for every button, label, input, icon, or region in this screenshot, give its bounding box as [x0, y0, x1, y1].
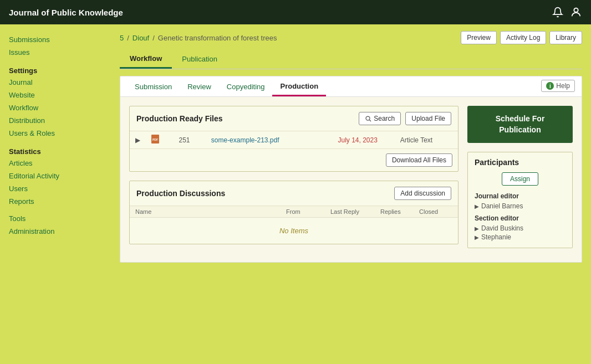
app-title: Journal of Public Knowledge [9, 8, 123, 17]
file-name[interactable]: some-example-213.pdf [206, 131, 321, 149]
col-closed: Closed [419, 208, 452, 215]
sidebar-item-administration[interactable]: Administration [0, 225, 111, 238]
participant-arrow: ▶ [475, 203, 479, 209]
search-btn-label: Search [374, 115, 395, 122]
upload-file-btn[interactable]: Upload File [405, 112, 451, 125]
svg-point-0 [574, 8, 578, 12]
sidebar-item-users-roles[interactable]: Users & Roles [0, 127, 111, 140]
breadcrumb-submission-id[interactable]: 5 [120, 34, 124, 42]
download-all-files-btn[interactable]: Download All Files [386, 153, 452, 167]
search-files-btn[interactable]: Search [359, 112, 401, 125]
sidebar-item-issues[interactable]: Issues [0, 46, 111, 59]
notification-btn[interactable] [552, 7, 563, 18]
discussions-title: Production Discussions [136, 189, 394, 198]
svg-point-1 [366, 116, 370, 120]
expand-icon[interactable]: ▶ [130, 131, 146, 149]
search-icon [365, 115, 371, 122]
table-row: ▶ PDF 251 some-example-213.pdf [130, 131, 458, 149]
inner-content: Production Ready Files Search Upload Fil… [120, 97, 582, 262]
no-items-label: No Items [130, 217, 458, 244]
participants-section: Participants Assign Journal editor ▶ Dan… [467, 152, 573, 248]
schedule-btn-line1: Schedule For [496, 114, 545, 123]
side-panel: Schedule For Publication Participants As… [467, 106, 573, 253]
breadcrumb-actions: Preview Activity Log Library [461, 31, 582, 44]
sidebar-item-website[interactable]: Website [0, 89, 111, 101]
participant-daniel-barnes: ▶ Daniel Barnes [475, 202, 565, 210]
help-btn[interactable]: i Help [541, 80, 575, 92]
tab-copyediting[interactable]: Copyediting [219, 77, 273, 96]
sidebar-item-reports[interactable]: Reports [0, 195, 111, 208]
sidebar-item-users[interactable]: Users [0, 182, 111, 195]
participant-david-buskins: ▶ David Buskins [475, 224, 565, 232]
file-date: July 14, 2023 [321, 131, 395, 149]
participant-name: Daniel Barnes [481, 202, 523, 210]
breadcrumb-title: Genetic transformation of forest trees [158, 34, 277, 42]
breadcrumb-author[interactable]: Diouf [133, 34, 149, 42]
sidebar-item-submissions[interactable]: Submissions [0, 33, 111, 46]
sidebar: Submissions Issues Settings Journal Webs… [0, 24, 111, 364]
file-type-icon: PDF [146, 131, 174, 149]
sidebar-item-articles[interactable]: Articles [0, 157, 111, 170]
download-row: Download All Files [130, 148, 458, 171]
schedule-for-publication-btn[interactable]: Schedule For Publication [467, 106, 573, 143]
secondary-tabs: Submission Review Copyediting Production… [120, 76, 582, 97]
participant-arrow-2: ▶ [475, 225, 479, 232]
breadcrumb: 5 / Diouf / Genetic transformation of fo… [120, 31, 582, 44]
tab-production[interactable]: Production [272, 76, 326, 96]
activity-log-btn[interactable]: Activity Log [500, 31, 546, 44]
help-icon: i [546, 82, 554, 90]
top-header: Journal of Public Knowledge [0, 0, 591, 24]
files-table: ▶ PDF 251 some-example-213.pdf [130, 131, 458, 148]
library-btn[interactable]: Library [549, 31, 582, 44]
add-discussion-btn[interactable]: Add discussion [394, 187, 451, 200]
sidebar-item-tools[interactable]: Tools [0, 212, 111, 225]
inner-card: Submission Review Copyediting Production… [120, 76, 582, 263]
participants-title: Participants [475, 158, 565, 167]
header-icons [552, 6, 582, 18]
discussions-table-header: Name From Last Reply Replies Closed [130, 206, 458, 217]
role-journal-editor: Journal editor [475, 192, 565, 200]
tab-workflow[interactable]: Workflow [120, 50, 172, 69]
sidebar-heading-statistics: Statistics [0, 144, 111, 157]
production-discussions-section: Production Discussions Add discussion Na… [129, 181, 458, 244]
primary-tabs: Workflow Publication [120, 50, 582, 69]
participant-name-3: Stephanie [481, 233, 511, 241]
assign-btn[interactable]: Assign [502, 172, 538, 186]
participant-stephanie: ▶ Stephanie [475, 233, 565, 241]
file-id: 251 [174, 131, 206, 149]
col-last-reply: Last Reply [330, 208, 380, 215]
sidebar-item-editorial-activity[interactable]: Editorial Activity [0, 170, 111, 182]
user-btn[interactable] [570, 6, 582, 18]
main-content: 5 / Diouf / Genetic transformation of fo… [111, 24, 591, 364]
participant-name-2: David Buskins [481, 224, 523, 232]
tab-submission[interactable]: Submission [127, 77, 180, 96]
preview-btn[interactable]: Preview [461, 31, 497, 44]
sidebar-item-distribution[interactable]: Distribution [0, 114, 111, 127]
tab-publication[interactable]: Publication [172, 50, 227, 69]
main-panel: Production Ready Files Search Upload Fil… [129, 106, 458, 253]
discussions-header: Production Discussions Add discussion [130, 181, 458, 206]
participant-arrow-3: ▶ [475, 234, 479, 240]
pdf-icon: PDF [151, 135, 159, 143]
help-label: Help [556, 82, 570, 90]
svg-line-2 [370, 120, 371, 121]
production-ready-files-section: Production Ready Files Search Upload Fil… [129, 106, 458, 172]
schedule-btn-line2: Publication [499, 125, 541, 134]
svg-text:PDF: PDF [152, 138, 158, 141]
sidebar-item-workflow[interactable]: Workflow [0, 101, 111, 114]
help-area: i Help [541, 80, 575, 96]
col-name: Name [135, 208, 286, 215]
production-ready-files-header: Production Ready Files Search Upload Fil… [130, 106, 458, 131]
role-section-editor: Section editor [475, 214, 565, 222]
production-ready-files-title: Production Ready Files [136, 114, 354, 123]
col-from: From [286, 208, 330, 215]
sidebar-heading-settings: Settings [0, 63, 111, 76]
sidebar-item-journal[interactable]: Journal [0, 76, 111, 89]
file-article-type: Article Text [395, 131, 458, 149]
tab-review[interactable]: Review [180, 77, 219, 96]
col-replies: Replies [380, 208, 419, 215]
